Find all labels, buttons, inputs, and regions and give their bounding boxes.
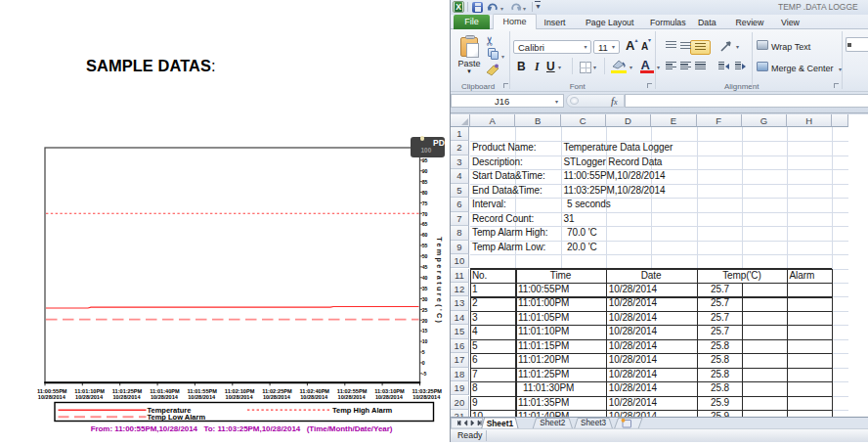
svg-text:55: 55	[422, 243, 428, 248]
svg-text:11:00:55PM: 11:00:55PM	[37, 388, 67, 394]
svg-text:35: 35	[422, 286, 428, 291]
svg-text:45: 45	[422, 264, 428, 270]
svg-text:11:01:55PM: 11:01:55PM	[187, 388, 217, 394]
svg-text:Temp High Alarm: Temp High Alarm	[332, 406, 393, 415]
svg-text:Sheet2: Sheet2	[540, 419, 565, 427]
svg-text:10/28/2014: 10/28/2014	[188, 394, 216, 400]
svg-text:Temp Low Alarm: Temp Low Alarm	[148, 413, 206, 422]
svg-text:65: 65	[422, 221, 428, 227]
svg-text:70: 70	[422, 211, 428, 217]
svg-text:Temperature('C): Temperature('C)	[435, 237, 444, 325]
svg-text:11:01:40PM: 11:01:40PM	[150, 388, 180, 394]
svg-text:Sheet3: Sheet3	[581, 419, 606, 427]
svg-text:5: 5	[422, 349, 425, 355]
svg-text:10/28/2014: 10/28/2014	[226, 394, 254, 400]
svg-text:Sheet1: Sheet1	[486, 418, 513, 427]
svg-text:10/28/2014: 10/28/2014	[300, 394, 328, 400]
svg-text:85: 85	[422, 179, 428, 185]
svg-text:60: 60	[422, 232, 428, 238]
svg-text:0: 0	[422, 360, 425, 366]
svg-text:80: 80	[422, 190, 428, 196]
svg-text:10/28/2014: 10/28/2014	[75, 394, 104, 400]
svg-text:10/28/2014: 10/28/2014	[151, 394, 179, 400]
svg-text:25: 25	[422, 307, 428, 313]
svg-text:15: 15	[422, 328, 428, 334]
svg-text:11:02:55PM: 11:02:55PM	[337, 388, 368, 394]
svg-text:11:03:25PM: 11:03:25PM	[412, 388, 443, 394]
svg-text:10/28/2014: 10/28/2014	[113, 394, 142, 400]
svg-text:10/28/2014: 10/28/2014	[338, 394, 367, 400]
svg-text:10/28/2014: 10/28/2014	[38, 394, 66, 400]
svg-text:40: 40	[422, 275, 428, 281]
svg-text:10: 10	[422, 338, 428, 344]
svg-text:11:02:10PM: 11:02:10PM	[225, 388, 255, 394]
svg-text:90: 90	[422, 168, 428, 174]
svg-text:50: 50	[422, 253, 428, 259]
svg-text:75: 75	[422, 200, 428, 206]
svg-text:10/28/2014: 10/28/2014	[375, 394, 404, 400]
svg-text:11:02:25PM: 11:02:25PM	[262, 388, 292, 394]
svg-text:-5: -5	[422, 371, 427, 377]
svg-text:From: 11:00:55PM,10/28/2014: From: 11:00:55PM,10/28/2014 To: 11:03:25…	[91, 424, 393, 433]
svg-text:11:01:10PM: 11:01:10PM	[74, 388, 105, 394]
svg-text:11:01:25PM: 11:01:25PM	[112, 388, 143, 394]
svg-text:30: 30	[422, 296, 428, 302]
svg-text:95: 95	[422, 157, 428, 163]
svg-text:11:02:40PM: 11:02:40PM	[300, 388, 330, 394]
svg-text:20: 20	[422, 318, 428, 324]
svg-text:10/28/2014: 10/28/2014	[263, 394, 291, 400]
svg-text:10/28/2014: 10/28/2014	[412, 394, 441, 400]
svg-text:11:03:10PM: 11:03:10PM	[374, 388, 405, 394]
